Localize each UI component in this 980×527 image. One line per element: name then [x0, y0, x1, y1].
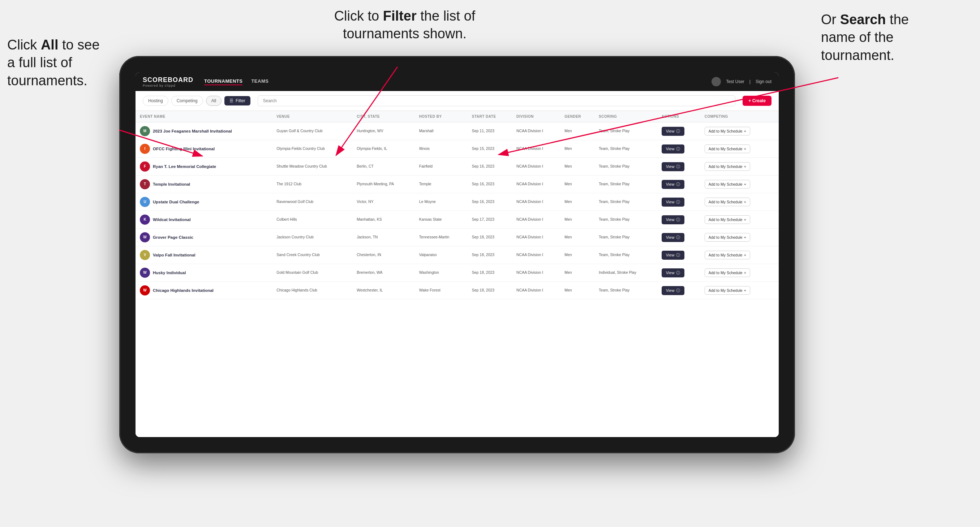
event-name-text-8: Husky Individual [153, 270, 186, 276]
plus-icon-3: + [744, 182, 746, 186]
cell-gender-6: Men [560, 229, 595, 246]
view-button-3[interactable]: View ⓘ [662, 180, 685, 189]
event-name-text-2: Ryan T. Lee Memorial Collegiate [153, 163, 216, 170]
cell-competing-8: Add to My Schedule + [700, 264, 779, 282]
cell-actions-3: View ⓘ [657, 176, 700, 193]
view-button-5[interactable]: View ⓘ [662, 215, 685, 224]
table-header-row: EVENT NAME VENUE CITY, STATE HOSTED BY S… [135, 111, 779, 122]
cell-competing-5: Add to My Schedule + [700, 211, 779, 229]
cell-gender-4: Men [560, 193, 595, 211]
col-city-state: CITY, STATE [352, 111, 415, 122]
cell-actions-2: View ⓘ [657, 158, 700, 176]
search-input[interactable] [258, 95, 736, 106]
add-schedule-button-7[interactable]: Add to My Schedule + [705, 251, 750, 259]
sign-out-link[interactable]: Sign out [756, 79, 772, 84]
cell-division-2: NCAA Division I [512, 158, 560, 176]
event-name-text-4: Upstate Dual Challenge [153, 199, 199, 205]
event-name-text-6: Grover Page Classic [153, 235, 193, 240]
annotation-top-right: Or Search thename of thetournament. [821, 11, 958, 64]
cell-start-date-9: Sep 18, 2023 [468, 282, 512, 300]
cell-scoring-6: Team, Stroke Play [595, 229, 657, 246]
nav-links: TOURNAMENTS TEAMS [204, 78, 711, 85]
table-row: F Ryan T. Lee Memorial Collegiate Shuttl… [135, 158, 779, 176]
view-button-8[interactable]: View ⓘ [662, 268, 685, 278]
cell-hosted-by-2: Fairfield [415, 158, 468, 176]
cell-gender-2: Men [560, 158, 595, 176]
add-schedule-button-9[interactable]: Add to My Schedule + [705, 286, 750, 295]
filter-button[interactable]: ☰ Filter [224, 96, 250, 105]
tab-all[interactable]: All [206, 96, 221, 106]
col-venue: VENUE [272, 111, 352, 122]
view-button-2[interactable]: View ⓘ [662, 162, 685, 171]
cell-hosted-by-7: Valparaiso [415, 246, 468, 264]
event-name-text-9: Chicago Highlands Invitational [153, 287, 213, 293]
cell-event-name-4: U Upstate Dual Challenge [135, 193, 272, 211]
cell-actions-1: View ⓘ [657, 140, 700, 158]
annotation-top-center: Click to Filter the list oftournaments s… [296, 7, 513, 43]
cell-start-date-7: Sep 18, 2023 [468, 246, 512, 264]
view-button-0[interactable]: View ⓘ [662, 127, 685, 136]
add-schedule-button-5[interactable]: Add to My Schedule + [705, 215, 750, 224]
cell-start-date-0: Sep 11, 2023 [468, 122, 512, 140]
plus-icon-2: + [744, 164, 746, 169]
info-icon-0: ⓘ [676, 129, 680, 134]
cell-start-date-1: Sep 15, 2023 [468, 140, 512, 158]
col-actions: ACTIONS [657, 111, 700, 122]
add-schedule-button-6[interactable]: Add to My Schedule + [705, 233, 750, 242]
table-row: U Upstate Dual Challenge Ravenwood Golf … [135, 193, 779, 211]
info-icon-9: ⓘ [676, 288, 680, 293]
cell-hosted-by-0: Marshall [415, 122, 468, 140]
cell-event-name-3: T Temple Invitational [135, 176, 272, 193]
logo-text: SCOREBOARD [143, 76, 193, 84]
cell-competing-6: Add to My Schedule + [700, 229, 779, 246]
cell-event-name-9: W Chicago Highlands Invitational [135, 282, 272, 300]
cell-hosted-by-6: Tennessee-Martin [415, 229, 468, 246]
tab-hosting[interactable]: Hosting [143, 96, 169, 106]
view-button-4[interactable]: View ⓘ [662, 198, 685, 206]
col-gender: GENDER [560, 111, 595, 122]
team-logo-8: W [140, 268, 150, 278]
cell-hosted-by-9: Wake Forest [415, 282, 468, 300]
add-schedule-button-4[interactable]: Add to My Schedule + [705, 198, 750, 206]
cell-gender-8: Men [560, 264, 595, 282]
nav-tournaments[interactable]: TOURNAMENTS [204, 78, 242, 85]
cell-division-0: NCAA Division I [512, 122, 560, 140]
add-schedule-button-2[interactable]: Add to My Schedule + [705, 162, 750, 171]
cell-city-state-8: Bremerton, WA [352, 264, 415, 282]
add-schedule-button-3[interactable]: Add to My Schedule + [705, 180, 750, 189]
header-right: Test User | Sign out [711, 77, 772, 86]
view-button-6[interactable]: View ⓘ [662, 233, 685, 242]
create-button[interactable]: + Create [743, 96, 772, 106]
info-icon-2: ⓘ [676, 164, 680, 170]
cell-actions-0: View ⓘ [657, 122, 700, 140]
cell-venue-4: Ravenwood Golf Club [272, 193, 352, 211]
cell-gender-9: Men [560, 282, 595, 300]
view-button-7[interactable]: View ⓘ [662, 251, 685, 260]
cell-actions-9: View ⓘ [657, 282, 700, 300]
nav-teams[interactable]: TEAMS [251, 78, 269, 85]
tab-competing[interactable]: Competing [171, 96, 203, 106]
table-row: V Valpo Fall Invitational Sand Creek Cou… [135, 246, 779, 264]
cell-gender-5: Men [560, 211, 595, 229]
plus-icon-7: + [744, 253, 746, 257]
cell-event-name-1: I OFCC Fighting Illini Invitational [135, 140, 272, 158]
add-schedule-button-0[interactable]: Add to My Schedule + [705, 127, 750, 135]
info-icon-7: ⓘ [676, 252, 680, 258]
view-button-9[interactable]: View ⓘ [662, 286, 685, 295]
add-schedule-button-1[interactable]: Add to My Schedule + [705, 144, 750, 153]
user-name: Test User [726, 79, 745, 84]
col-division: DIVISION [512, 111, 560, 122]
cell-city-state-2: Berlin, CT [352, 158, 415, 176]
plus-icon-4: + [744, 200, 746, 204]
team-logo-2: F [140, 162, 150, 171]
add-schedule-button-8[interactable]: Add to My Schedule + [705, 268, 750, 277]
view-button-1[interactable]: View ⓘ [662, 144, 685, 154]
info-icon-6: ⓘ [676, 235, 680, 240]
cell-division-5: NCAA Division I [512, 211, 560, 229]
cell-division-4: NCAA Division I [512, 193, 560, 211]
cell-competing-0: Add to My Schedule + [700, 122, 779, 140]
tournaments-table-container: EVENT NAME VENUE CITY, STATE HOSTED BY S… [135, 111, 779, 437]
cell-venue-1: Olympia Fields Country Club [272, 140, 352, 158]
content-area: Hosting Competing All ☰ Filter + Create … [135, 91, 779, 437]
col-competing: COMPETING [700, 111, 779, 122]
